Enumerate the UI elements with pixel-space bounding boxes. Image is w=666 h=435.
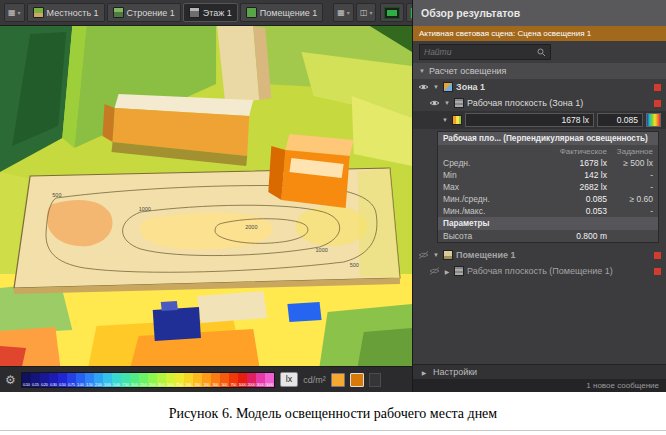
expander-icon[interactable]: ▼ xyxy=(418,68,426,74)
unit-lx-button[interactable]: lx xyxy=(280,372,299,387)
details-row-min-avg: Мин./средн. 0.085 ≥ 0.60 xyxy=(438,193,658,205)
eye-icon[interactable] xyxy=(429,99,440,107)
search-box[interactable] xyxy=(419,44,551,60)
details-row-max: Max 2682 lx - xyxy=(438,181,658,193)
eye-off-icon[interactable] xyxy=(418,251,429,259)
chair-seat[interactable] xyxy=(197,291,267,323)
results-panel-header: Обзор результатов xyxy=(413,0,666,26)
scale-segment: 0.15 xyxy=(31,373,40,387)
expander-icon[interactable]: ▶ xyxy=(420,369,428,376)
tree-row-workplane-values[interactable]: ▼ 1678 lx 0.085 xyxy=(413,111,666,129)
viewport-3d[interactable]: 500 1000 2000 1000 500 xyxy=(0,26,412,366)
gear-icon[interactable]: ⚙ xyxy=(5,374,16,386)
page-rule xyxy=(0,430,666,431)
scale-segment: 3.00 xyxy=(103,373,112,387)
expander-icon[interactable]: ▶ xyxy=(443,268,451,275)
tree-row-workplane-zone[interactable]: ▼ Рабочая плоскость (Зона 1) xyxy=(413,95,666,111)
expander-icon[interactable]: ▼ xyxy=(443,100,451,106)
details-row-average: Средн. 1678 lx ≥ 500 lx xyxy=(438,157,658,169)
scale-segment: 3000 xyxy=(256,373,265,387)
status-indicator xyxy=(654,252,661,259)
expander-icon[interactable]: ▼ xyxy=(432,252,440,258)
building-icon xyxy=(113,7,124,18)
contour-label: 1000 xyxy=(139,206,151,212)
parameters-title: Параметры xyxy=(438,217,658,230)
scale-segment: 50.0 xyxy=(166,373,175,387)
false-color-scale[interactable]: 0.100.150.200.300.500.751.001.502.003.00… xyxy=(21,372,275,388)
viewport-column: ▦ ▾ Местность 1 Строение 1 Этаж 1 xyxy=(0,0,412,392)
viewport-3d-scene[interactable]: 500 1000 2000 1000 500 xyxy=(0,26,412,366)
tree-row-workplane-room[interactable]: ▶ Рабочая плоскость (Помещение 1) xyxy=(413,263,666,279)
toolbar-button-floor[interactable]: Этаж 1 xyxy=(183,3,238,22)
notification-bar[interactable]: 1 новое сообщение xyxy=(413,379,666,392)
app-window: ▦ ▾ Местность 1 Строение 1 Этаж 1 xyxy=(0,0,666,392)
render-mode-button[interactable] xyxy=(380,3,404,22)
panel-empty-space xyxy=(413,279,666,364)
scale-segment: 2.00 xyxy=(94,373,103,387)
workplane-details-panel: Рабочая пло... (Перпендикулярная освещен… xyxy=(437,131,659,243)
scale-segment: 5000 xyxy=(265,373,274,387)
scale-segment: 20.0 xyxy=(148,373,157,387)
toolbar-button-building[interactable]: Строение 1 xyxy=(107,3,181,22)
status-indicator xyxy=(654,100,661,107)
unit-cdm2-button[interactable]: cd/m² xyxy=(303,375,326,385)
terrain-icon xyxy=(33,7,44,18)
menu-icon: ▦ xyxy=(8,8,16,17)
tree-label: Расчет освещения xyxy=(429,66,507,76)
toolbar-button-label: Местность 1 xyxy=(47,8,99,18)
expander-icon[interactable]: ▼ xyxy=(441,117,449,123)
search-input[interactable] xyxy=(424,47,533,57)
blue-object-left[interactable] xyxy=(153,307,201,341)
active-light-scene-bar[interactable]: Активная световая сцена: Сцена освещения… xyxy=(413,26,666,41)
split-view-button[interactable]: ◫ ▾ xyxy=(356,3,377,22)
top-toolbar: ▦ ▾ Местность 1 Строение 1 Этаж 1 xyxy=(0,0,412,26)
tree-row-calculation[interactable]: ▼ Расчет освещения xyxy=(413,63,666,79)
average-illuminance-value: 1678 lx xyxy=(465,113,594,127)
tree-row-room-1[interactable]: ▼ Помещение 1 xyxy=(413,247,666,263)
caption-area: Рисунок 6. Модель освещенности рабочего … xyxy=(0,392,666,435)
eye-off-icon[interactable] xyxy=(429,267,440,275)
scale-segment: 7.50 xyxy=(121,373,130,387)
split-view-icon: ◫ xyxy=(360,8,368,17)
details-header-row: Фактическое Заданное xyxy=(438,145,658,157)
figure-caption: Рисунок 6. Модель освещенности рабочего … xyxy=(169,406,497,422)
floor-icon xyxy=(189,7,200,18)
panel-edge-button[interactable] xyxy=(369,373,381,387)
view-layout-button[interactable]: ▦ ▾ xyxy=(333,3,354,22)
zone-icon xyxy=(443,82,453,92)
toolbar-button-terrain[interactable]: Местность 1 xyxy=(27,3,105,22)
blue-object-right[interactable] xyxy=(287,302,321,322)
scene-menu-button[interactable]: ▦ ▾ xyxy=(4,3,25,22)
tree-label: Помещение 1 xyxy=(456,250,516,260)
expander-icon[interactable]: ▼ xyxy=(432,84,440,90)
scale-segment: 30.0 xyxy=(157,373,166,387)
tree-row-zone-1[interactable]: ▼ Зона 1 xyxy=(413,79,666,95)
search-row xyxy=(413,41,666,63)
column-target: Заданное xyxy=(607,147,653,156)
chevron-down-icon: ▾ xyxy=(18,9,21,16)
panel-title: Обзор результатов xyxy=(421,7,520,19)
status-indicator xyxy=(654,84,661,91)
scale-segment: 200 xyxy=(202,373,211,387)
eye-icon[interactable] xyxy=(418,83,429,91)
scale-segment: 0.10 xyxy=(22,373,31,387)
details-row-min-max: Мин./макс. 0.053 - xyxy=(438,205,658,217)
toolbar-button-room[interactable]: Помещение 1 xyxy=(240,3,324,22)
chevron-down-icon: ▾ xyxy=(347,9,350,16)
scale-segment: 1000 xyxy=(238,373,247,387)
search-icon xyxy=(537,48,546,57)
notification-label: 1 новое сообщение xyxy=(586,381,659,390)
contour-label: 500 xyxy=(52,192,61,198)
settings-section[interactable]: ▶ Настройки xyxy=(413,364,666,379)
scale-segment: 1.50 xyxy=(85,373,94,387)
false-color-scalebar: ⚙ 0.100.150.200.300.500.751.001.502.003.… xyxy=(0,366,412,392)
scale-segment: 75.0 xyxy=(175,373,184,387)
false-color-toggle-button[interactable] xyxy=(646,113,661,127)
column-actual: Фактическое xyxy=(551,147,607,156)
scale-segment: 0.20 xyxy=(40,373,49,387)
material-swatch-light[interactable] xyxy=(331,373,345,387)
scale-segment: 0.75 xyxy=(67,373,76,387)
scale-segment: 150 xyxy=(193,373,202,387)
material-swatch-dark[interactable] xyxy=(350,373,364,387)
workplane-icon xyxy=(454,266,464,276)
